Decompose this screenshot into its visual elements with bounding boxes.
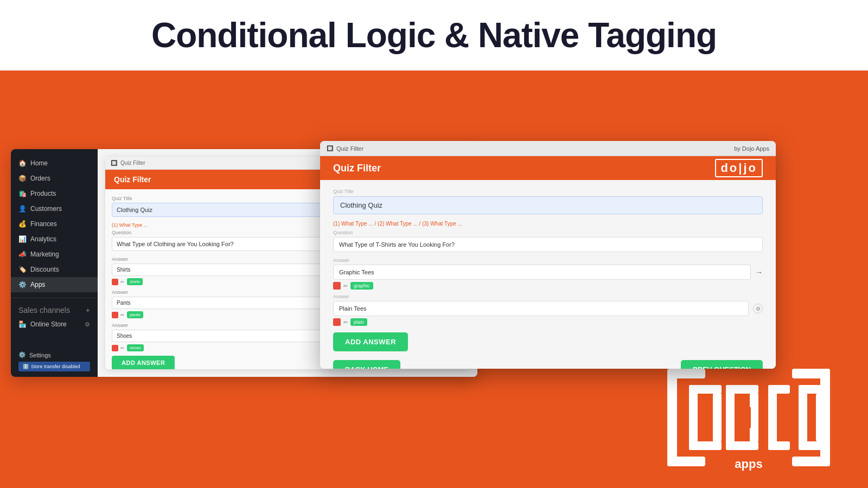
orders-icon: 📦	[18, 175, 26, 182]
svg-rect-21	[792, 457, 830, 466]
prev-question-btn[interactable]: PREV QUESTION	[681, 360, 763, 369]
sidebar-item-home[interactable]: 🏠 Home	[11, 156, 98, 171]
svg-rect-2	[667, 457, 705, 466]
svg-rect-14	[768, 441, 790, 450]
svg-rect-0	[667, 369, 677, 466]
right-add-answer-btn[interactable]: ADD ANSWER	[333, 332, 408, 351]
sidebar-label-orders: Orders	[30, 175, 50, 182]
right-question-input[interactable]	[333, 237, 763, 252]
right-answer-2-label: Answer	[333, 294, 763, 299]
sidebar-item-apps[interactable]: ⚙️ Apps	[11, 277, 98, 292]
sidebar-item-analytics[interactable]: 📊 Analytics	[11, 232, 98, 247]
answer-2-tag-btn[interactable]: pants	[127, 311, 143, 318]
page-title: Conditional Logic & Native Tagging	[151, 15, 717, 55]
svg-rect-3	[689, 385, 698, 450]
svg-text:apps: apps	[735, 457, 762, 471]
right-quiz-title-input[interactable]	[333, 196, 763, 214]
right-by-label: by Dojo Apps	[734, 145, 769, 152]
discounts-icon: 🏷️	[18, 266, 26, 273]
add-answer-btn[interactable]: ADD ANSWER	[112, 356, 175, 369]
svg-rect-8	[726, 385, 758, 394]
sidebar-label-online-store: Online Store	[30, 320, 67, 328]
right-titlebar-title: Quiz Filter	[336, 145, 363, 152]
svg-rect-19	[820, 369, 830, 466]
right-answer-2-settings-icon[interactable]: ⚙	[753, 304, 763, 313]
right-answer-1-edit-icon[interactable]: ✏	[343, 283, 348, 289]
sidebar-label-marketing: Marketing	[30, 251, 59, 258]
add-channel-icon[interactable]: +	[86, 306, 90, 314]
sidebar-label-products: Products	[30, 190, 56, 197]
sidebar-item-marketing[interactable]: 📣 Marketing	[11, 247, 98, 262]
shopify-sidebar: 🏠 Home 📦 Orders 🛍️ Products 👤 Customers …	[11, 149, 98, 377]
answer-2-edit-icon[interactable]: ✏	[120, 312, 125, 318]
store-settings-icon[interactable]: ⚙	[85, 321, 90, 328]
products-icon: 🛍️	[18, 190, 26, 197]
sidebar-item-orders[interactable]: 📦 Orders	[11, 171, 98, 186]
right-answer-1-input[interactable]	[333, 265, 751, 280]
answer-3-delete-btn[interactable]	[112, 345, 118, 351]
store-transfer-label: Store transfer disabled	[31, 364, 80, 369]
svg-rect-10	[750, 393, 758, 442]
right-quiz-window: 🔲 Quiz Filter by Dojo Apps Quiz Filter d…	[320, 141, 776, 369]
inner-title: Quiz Filter	[120, 160, 145, 166]
sidebar-item-discounts[interactable]: 🏷️ Discounts	[11, 262, 98, 277]
settings-item[interactable]: ⚙️ Settings	[18, 351, 90, 358]
sidebar-item-products[interactable]: 🛍️ Products	[11, 186, 98, 201]
sidebar-label-finances: Finances	[30, 220, 57, 228]
answer-3-tag-btn[interactable]: shoes	[127, 344, 144, 351]
answer-1-edit-icon[interactable]: ✏	[120, 279, 125, 285]
right-answer-2-edit-icon[interactable]: ✏	[343, 319, 348, 325]
right-window-icon: 🔲	[327, 145, 333, 151]
right-header-logo: do|jo	[715, 159, 763, 177]
sidebar-item-customers[interactable]: 👤 Customers	[11, 201, 98, 216]
answer-1-delete-btn[interactable]	[112, 279, 118, 285]
right-question-label: Question	[333, 230, 763, 235]
info-icon: ℹ️	[23, 364, 29, 369]
right-answer-1-row: →	[333, 265, 763, 280]
svg-rect-1	[667, 369, 705, 378]
right-answer-2-actions: ✏ plain	[333, 318, 763, 326]
right-titlebar-left: 🔲 Quiz Filter	[327, 145, 363, 152]
right-answer-1-tag-btn[interactable]: graphic	[350, 282, 373, 290]
right-header-title: Quiz Filter	[333, 163, 381, 174]
svg-rect-7	[726, 385, 735, 450]
sidebar-label-discounts: Discounts	[30, 266, 59, 273]
apps-icon: ⚙️	[18, 281, 26, 288]
bottom-section: 🏠 Home 📦 Orders 🛍️ Products 👤 Customers …	[0, 70, 868, 488]
settings-label: Settings	[29, 352, 51, 358]
sidebar-label-home: Home	[30, 159, 48, 167]
svg-rect-4	[689, 385, 722, 394]
sidebar-item-finances[interactable]: 💰 Finances	[11, 216, 98, 232]
sidebar-label-analytics: Analytics	[30, 235, 56, 243]
quiz-header-title: Quiz Filter	[114, 175, 151, 184]
inner-titlebar-left: 🔲 Quiz Filter	[111, 160, 145, 166]
answer-1-tag-btn[interactable]: shirts	[127, 278, 143, 285]
svg-rect-5	[689, 441, 722, 450]
answer-2-delete-btn[interactable]	[112, 312, 118, 318]
right-answer-2-delete-btn[interactable]	[333, 318, 341, 326]
right-answer-2-tag-btn[interactable]: plain	[350, 318, 367, 326]
svg-rect-6	[713, 393, 722, 442]
back-home-btn[interactable]: BACK HOME	[333, 360, 400, 369]
right-quiz-title-label: Quiz Title	[333, 189, 763, 194]
right-titlebar: 🔲 Quiz Filter by Dojo Apps	[320, 141, 776, 156]
store-icon: 🏪	[18, 320, 26, 328]
right-answer-1-actions: ✏ graphic	[333, 282, 763, 290]
answer-3-edit-icon[interactable]: ✏	[120, 345, 125, 351]
right-answer-2-row: ⚙	[333, 301, 763, 316]
right-header: Quiz Filter do|jo	[320, 156, 776, 180]
settings-icon: ⚙️	[18, 351, 26, 358]
right-answer-2-input[interactable]	[333, 301, 749, 316]
sidebar-label-apps: Apps	[30, 281, 45, 288]
right-answer-1-delete-btn[interactable]	[333, 282, 341, 290]
sidebar-item-online-store[interactable]: 🏪 Online Store ⚙	[11, 317, 98, 332]
top-section: Conditional Logic & Native Tagging	[0, 0, 868, 70]
svg-rect-9	[726, 441, 758, 450]
svg-rect-12	[768, 385, 777, 450]
store-transfer-bar: ℹ️ Store transfer disabled	[18, 362, 90, 371]
svg-rect-11	[736, 407, 751, 428]
right-window-body: Quiz Title (1) What Type ... / (2) What …	[320, 180, 776, 369]
customers-icon: 👤	[18, 205, 26, 213]
right-answer-1-arrow: →	[755, 268, 763, 277]
sales-channels-label: Sales channels +	[11, 304, 98, 317]
